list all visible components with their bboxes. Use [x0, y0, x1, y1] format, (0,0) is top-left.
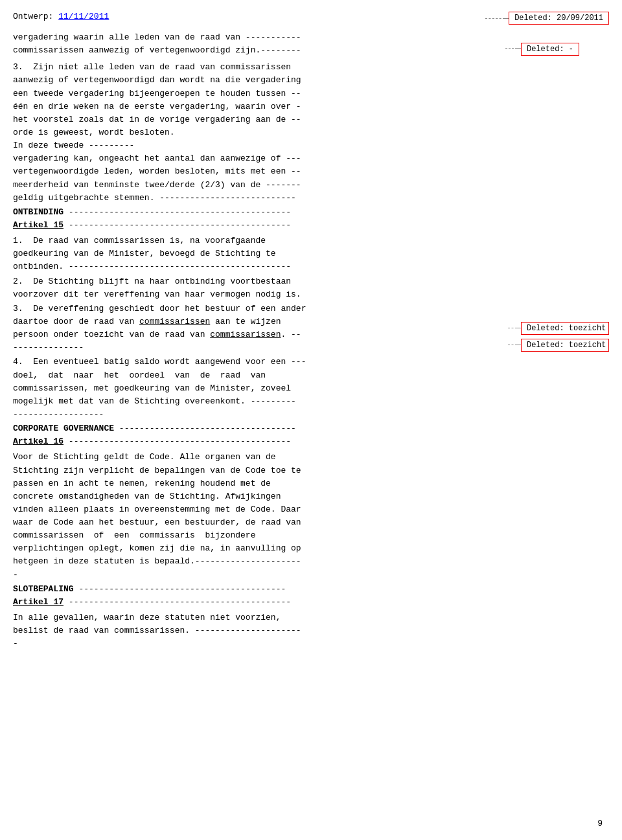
deleted-dash-bubble: Deleted: -: [521, 43, 579, 56]
para-7: 3. De vereffening geschiedt door het bes…: [13, 302, 505, 355]
deleted-top-label: Deleted:: [514, 14, 552, 23]
sidebar-deleted-1-label: Deleted:: [527, 324, 564, 333]
artikel16-label: Artikel 16: [13, 437, 63, 446]
sidebar-deleted-2-row: Deleted: toezicht: [508, 339, 609, 352]
page-number: 9: [597, 819, 603, 828]
sidebar-deleted-2-label: Deleted:: [527, 341, 564, 350]
deleted-dash-value: -: [569, 45, 573, 54]
dashed-connector-dash: [505, 48, 517, 49]
ontbinding-heading: ONTBINDING -----------------------------…: [13, 206, 609, 219]
corp-gov-label: CORPORATE GOVERNANCE: [13, 424, 114, 433]
para-7-text: 3. De vereffening geschiedt door het bes…: [13, 301, 505, 355]
artikel15-dashes: ----------------------------------------…: [69, 220, 291, 230]
artikel15-heading: Artikel 15 -----------------------------…: [13, 219, 609, 232]
commissarissen-link-2[interactable]: commissarissen: [210, 330, 281, 339]
ontwerp-label: Ontwerp:: [13, 12, 53, 21]
sidebar-deleted-1-row: Deleted: toezicht: [508, 322, 609, 335]
dashed-1: [508, 328, 517, 328]
para-12: In alle gevallen, waarin deze statuten n…: [13, 611, 609, 650]
para-7-row: 3. De vereffening geschiedt door het bes…: [13, 301, 609, 355]
sidebar-deleted-2-bubble: Deleted: toezicht: [521, 339, 609, 352]
para-8: 4. Een eventueel batig saldo wordt aange…: [13, 356, 609, 421]
para-1: vergadering waarin alle leden van de raa…: [13, 31, 505, 57]
deleted-dash-label: Deleted:: [527, 45, 564, 54]
dashed-2: [508, 345, 517, 345]
para-6: 2. De Stichting blijft na haar ontbindin…: [13, 275, 609, 301]
dashed-connector-top: [485, 18, 505, 19]
deleted-dash-annotation: Deleted: -: [505, 43, 609, 56]
para-10: Voor de Stichting geldt de Code. Alle or…: [13, 451, 609, 581]
main-content: vergadering waarin alle leden van de raa…: [0, 31, 622, 650]
artikel15-label: Artikel 15: [13, 220, 63, 230]
ontwerp-date-link[interactable]: 11/11/2011: [58, 12, 109, 21]
slotbepaling-dashes: ----------------------------------------…: [78, 584, 286, 594]
deleted-top-annotation: Deleted: 20/09/2011: [485, 12, 609, 25]
corp-gov-heading: CORPORATE GOVERNANCE -------------------…: [13, 422, 609, 435]
deleted-top-bubble: Deleted: 20/09/2011: [509, 12, 609, 25]
commissarissen-link-1[interactable]: commissarissen: [139, 317, 210, 326]
artikel16-heading: Artikel 16 -----------------------------…: [13, 435, 609, 448]
p1-text: vergadering waarin alle leden van de raa…: [13, 31, 505, 57]
para-3: In deze tweede ---------vergadering kan,…: [13, 139, 609, 205]
corp-gov-dashes: -----------------------------------: [119, 424, 296, 433]
sidebar-deleted-1-value: toezicht: [569, 324, 606, 333]
sidebar-deleted-1-bubble: Deleted: toezicht: [521, 322, 609, 335]
header-left: Ontwerp: 11/11/2011: [13, 12, 109, 21]
slotbepaling-label: SLOTBEPALING: [13, 584, 74, 594]
slotbepaling-heading: SLOTBEPALING ---------------------------…: [13, 583, 609, 596]
artikel17-dashes: ----------------------------------------…: [69, 597, 291, 607]
sidebar-deleted-2-value: toezicht: [569, 341, 606, 350]
document-page: Ontwerp: 11/11/2011 Deleted: 20/09/2011 …: [0, 0, 622, 840]
p1-row: vergadering waarin alle leden van de raa…: [13, 31, 609, 57]
deleted-top-value: 20/09/2011: [557, 14, 603, 23]
header: Ontwerp: 11/11/2011 Deleted: 20/09/2011: [0, 12, 622, 25]
ontbinding-dashes: ----------------------------------------…: [69, 207, 291, 217]
artikel17-label: Artikel 17: [13, 597, 63, 607]
artikel17-heading: Artikel 17 -----------------------------…: [13, 596, 609, 609]
sidebar-deleted-annotations: Deleted: toezicht Deleted: toezicht: [505, 301, 609, 352]
para-5: 1. De raad van commissarissen is, na voo…: [13, 234, 609, 273]
ontbinding-label: ONTBINDING: [13, 207, 63, 217]
para-2: 3. Zijn niet alle leden van de raad van …: [13, 61, 609, 139]
artikel16-dashes: ----------------------------------------…: [69, 437, 291, 446]
